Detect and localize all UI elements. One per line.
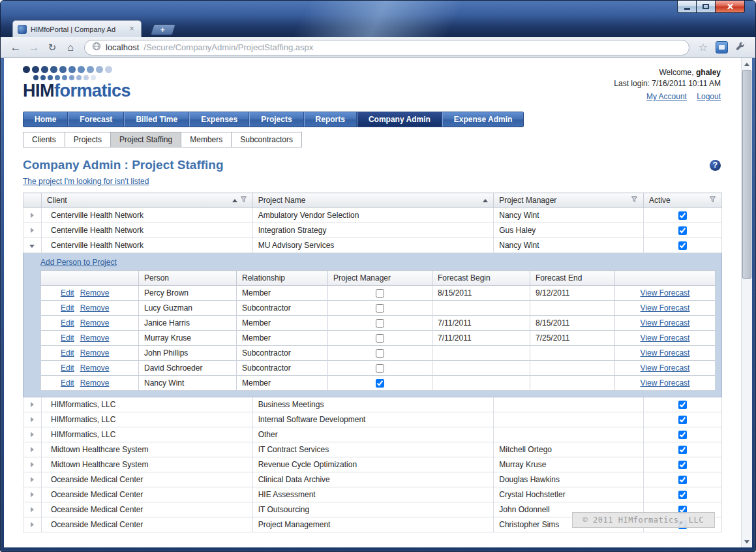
- subnav-tab-project-staffing[interactable]: Project Staffing: [110, 132, 181, 147]
- bookmark-star-icon[interactable]: ☆: [695, 39, 712, 56]
- table-row[interactable]: Centerville Health Network Ambulatory Ve…: [23, 208, 722, 223]
- table-row[interactable]: Oceanside Medical Center HIE Assessment …: [23, 487, 722, 502]
- table-row[interactable]: HIMformatics, LLC Other: [23, 427, 722, 442]
- wrench-icon[interactable]: [732, 39, 749, 56]
- nav-tab-company-admin[interactable]: Company Admin: [357, 112, 442, 127]
- table-row[interactable]: HIMformatics, LLC Business Meetings: [23, 397, 722, 412]
- edit-link[interactable]: Edit: [61, 318, 74, 328]
- forecast-begin-column-header[interactable]: Forecast Begin: [432, 271, 530, 286]
- scroll-down-button[interactable]: [742, 536, 752, 547]
- relationship-column-header[interactable]: Relationship: [237, 271, 328, 286]
- expand-cell[interactable]: [23, 442, 42, 457]
- subnav-tab-projects[interactable]: Projects: [65, 132, 111, 147]
- nav-tab-forecast[interactable]: Forecast: [68, 112, 124, 127]
- expand-cell[interactable]: [23, 427, 42, 442]
- help-button[interactable]: ?: [710, 160, 721, 171]
- browser-tab[interactable]: HIMfoPortal | Company Ad ×: [12, 20, 142, 37]
- filter-icon[interactable]: [709, 196, 716, 205]
- table-row-expanded[interactable]: Centerville Health Network MU Advisory S…: [23, 238, 722, 253]
- filter-icon[interactable]: [631, 196, 638, 205]
- expand-cell[interactable]: [23, 502, 42, 517]
- project-not-listed-link[interactable]: The project I'm looking for isn't listed: [23, 177, 149, 186]
- pm-checkbox[interactable]: [376, 364, 384, 373]
- view-forecast-link[interactable]: View Forecast: [641, 363, 690, 373]
- remove-link[interactable]: Remove: [80, 333, 110, 343]
- person-column-header[interactable]: Person: [139, 271, 237, 286]
- scrollbar-thumb[interactable]: [742, 70, 751, 279]
- vertical-scrollbar[interactable]: [741, 58, 752, 547]
- view-forecast-link[interactable]: View Forecast: [641, 303, 690, 313]
- collapse-cell[interactable]: [23, 238, 42, 253]
- active-checkbox[interactable]: [678, 431, 687, 439]
- nav-tab-reports[interactable]: Reports: [304, 112, 357, 127]
- pm-checkbox[interactable]: [376, 289, 384, 298]
- remove-link[interactable]: Remove: [80, 303, 110, 313]
- pm-checkbox[interactable]: [376, 334, 384, 343]
- remove-link[interactable]: Remove: [80, 348, 110, 358]
- close-button[interactable]: [716, 1, 745, 13]
- table-row[interactable]: HIMformatics, LLC Internal Software Deve…: [23, 412, 722, 427]
- active-checkbox[interactable]: [678, 461, 687, 469]
- add-person-link[interactable]: Add Person to Project: [40, 258, 117, 267]
- expand-cell[interactable]: [23, 487, 42, 502]
- maximize-button[interactable]: [697, 1, 716, 13]
- active-checkbox[interactable]: [678, 446, 687, 454]
- nav-tab-home[interactable]: Home: [23, 112, 68, 127]
- project-name-column-header[interactable]: Project Name: [252, 193, 494, 208]
- pm-checkbox[interactable]: [376, 349, 384, 358]
- logout-link[interactable]: Logout: [697, 92, 721, 101]
- remove-link[interactable]: Remove: [80, 363, 110, 373]
- active-checkbox[interactable]: [678, 416, 687, 424]
- pm-checkbox[interactable]: [376, 304, 384, 313]
- edit-link[interactable]: Edit: [61, 288, 74, 298]
- filter-icon[interactable]: [240, 196, 247, 205]
- active-checkbox[interactable]: [678, 211, 687, 220]
- active-checkbox[interactable]: [678, 226, 687, 235]
- scroll-up-button[interactable]: [742, 59, 752, 69]
- edit-link[interactable]: Edit: [61, 333, 74, 343]
- nav-tab-expense-admin[interactable]: Expense Admin: [442, 112, 524, 127]
- minimize-button[interactable]: [677, 1, 697, 13]
- active-checkbox[interactable]: [678, 476, 687, 484]
- reload-button[interactable]: ↻: [44, 39, 61, 56]
- forecast-end-column-header[interactable]: Forecast End: [530, 271, 615, 286]
- browser-action-icon[interactable]: [716, 41, 728, 54]
- subnav-tab-subcontractors[interactable]: Subcontractors: [231, 132, 302, 147]
- remove-link[interactable]: Remove: [80, 288, 110, 298]
- my-account-link[interactable]: My Account: [646, 92, 687, 101]
- view-forecast-link[interactable]: View Forecast: [641, 348, 690, 358]
- active-column-header[interactable]: Active: [644, 193, 722, 208]
- view-forecast-link[interactable]: View Forecast: [641, 333, 690, 343]
- view-forecast-link[interactable]: View Forecast: [641, 318, 690, 328]
- expand-cell[interactable]: [23, 397, 42, 412]
- edit-link[interactable]: Edit: [61, 348, 74, 358]
- expand-cell[interactable]: [23, 457, 42, 472]
- edit-link[interactable]: Edit: [61, 303, 74, 313]
- home-button[interactable]: ⌂: [62, 39, 79, 56]
- tab-close-icon[interactable]: ×: [127, 25, 136, 34]
- pm-checkbox[interactable]: [376, 319, 384, 328]
- view-forecast-link[interactable]: View Forecast: [641, 288, 690, 298]
- expand-cell[interactable]: [23, 412, 42, 427]
- pm-checkbox[interactable]: [376, 379, 384, 388]
- remove-link[interactable]: Remove: [80, 318, 110, 328]
- table-row[interactable]: Midtown Healthcare System IT Contract Se…: [23, 442, 722, 457]
- subnav-tab-members[interactable]: Members: [181, 132, 232, 147]
- remove-link[interactable]: Remove: [80, 378, 110, 388]
- pm-column-header[interactable]: Project Manager: [328, 271, 432, 286]
- nav-tab-projects[interactable]: Projects: [249, 112, 303, 127]
- new-tab-button[interactable]: +: [150, 24, 176, 35]
- view-forecast-link[interactable]: View Forecast: [641, 378, 690, 388]
- nav-tab-expenses[interactable]: Expenses: [189, 112, 249, 127]
- table-row[interactable]: Midtown Healthcare System Revenue Cycle …: [23, 457, 722, 472]
- active-checkbox[interactable]: [678, 491, 687, 499]
- address-bar[interactable]: localhost/Secure/CompanyAdmin/ProjectSta…: [84, 40, 689, 55]
- nav-tab-billed-time[interactable]: Billed Time: [124, 112, 189, 127]
- expand-cell[interactable]: [23, 472, 42, 487]
- back-button[interactable]: ←: [7, 39, 24, 56]
- client-column-header[interactable]: Client: [41, 193, 252, 208]
- forward-button[interactable]: →: [25, 39, 42, 56]
- edit-link[interactable]: Edit: [61, 363, 74, 373]
- table-row[interactable]: Centerville Health Network Integration S…: [23, 223, 722, 238]
- expand-cell[interactable]: [23, 223, 42, 238]
